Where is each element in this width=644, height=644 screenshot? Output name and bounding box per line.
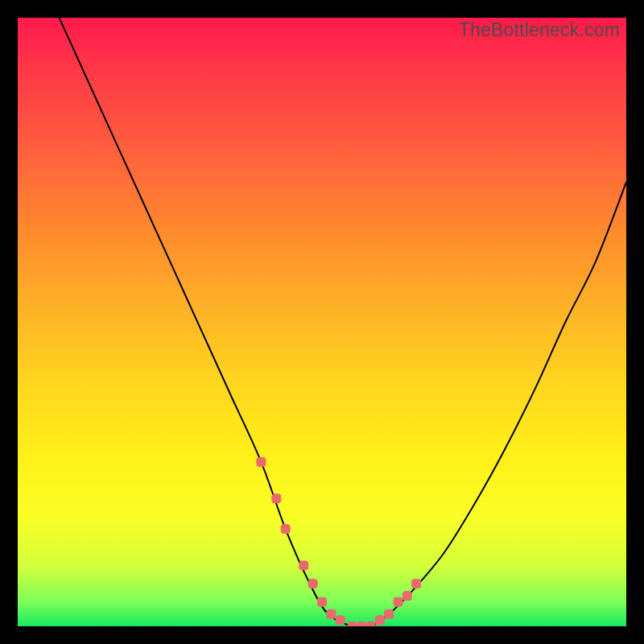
highlight-dot <box>385 609 394 618</box>
highlight-dot <box>357 622 366 627</box>
watermark-label: TheBottleneck.com <box>459 19 620 41</box>
highlight-dot <box>327 609 336 618</box>
highlight-dot <box>366 622 375 627</box>
highlight-dot <box>281 525 290 534</box>
bottleneck-chart-svg <box>18 18 626 626</box>
highlight-dot <box>375 616 384 625</box>
highlight-dot <box>348 622 357 627</box>
highlight-dot <box>299 561 308 570</box>
highlight-dot <box>402 592 411 601</box>
highlight-dot <box>257 457 266 466</box>
chart-plot-area: TheBottleneck.com <box>18 18 626 626</box>
highlight-dot <box>336 616 345 625</box>
highlight-dot <box>308 580 317 588</box>
highlight-dot <box>394 597 402 606</box>
highlight-dot <box>318 597 327 606</box>
highlight-dot <box>412 580 421 588</box>
highlight-dot <box>272 494 281 503</box>
bottleneck-curve-path <box>18 18 626 626</box>
highlight-dots-group <box>257 457 421 626</box>
